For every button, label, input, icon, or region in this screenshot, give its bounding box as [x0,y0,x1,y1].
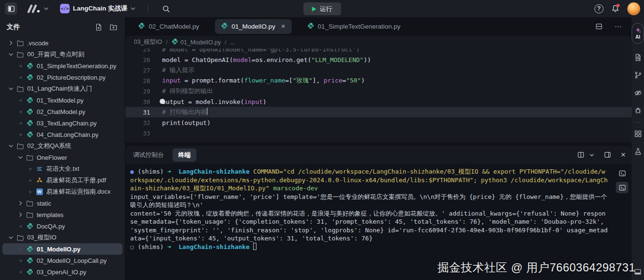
tree-item[interactable]: 02_ChatModel.py [2,106,123,117]
tree-item[interactable]: templates [2,209,123,220]
terminal-instance-button[interactable] [616,182,628,193]
tree-item[interactable]: 01_SimpleTextGeneration.py [2,60,123,72]
tree-item-label: 04_ChatLongChain.py [37,131,98,138]
chevron-right-icon [16,212,25,217]
tree-item-label: 01_SimpleTextGeneration.py [37,62,116,70]
tree-item[interactable]: 花语大全.txt [2,163,123,175]
tree-item[interactable]: 01_TextModel.py [2,94,123,106]
breadcrumb-item[interactable]: ... [230,39,235,46]
code-line: 27# 输入提示 [125,65,632,75]
split-panel-icon [577,151,584,158]
tree-item[interactable]: 01_LangChain快速入门 [2,83,123,94]
tree-item[interactable]: 02_ModelIO_LoopCall.py [2,255,123,266]
line-number: 25 [125,49,150,53]
tree-item[interactable]: 易速鲜花员工手册.pdf [2,175,123,186]
panel-tab[interactable]: 终端 [173,148,196,162]
tree-item[interactable]: W易速鲜花运营指南.docx [2,186,123,197]
chevron-down-icon [7,53,15,56]
extensions-button[interactable] [634,129,642,138]
notifications-button[interactable] [610,3,621,14]
tree-item-label: 03_OpenAI_IO.py [37,269,86,276]
code-editor[interactable]: 25# model = OpenAI(model_name="gpt-3.5-t… [125,49,632,143]
line-number: 32 [125,119,150,126]
close-panel-button[interactable]: ✕ [621,151,626,158]
modified-dot [16,248,25,250]
tree-item-label: 易速鲜花运营指南.docx [46,187,111,196]
new-folder-button[interactable] [109,22,118,32]
debug-button[interactable] [634,106,642,114]
chevron-down-icon [16,156,25,159]
folder-icon [16,85,24,93]
split-terminal-button[interactable] [574,149,587,161]
chevron-down-icon [7,87,15,90]
run-button[interactable]: 运行 [303,2,341,15]
docx-badge: W [36,188,43,195]
preview-button[interactable] [634,88,642,97]
modified-dot [16,271,25,273]
py-icon [26,108,34,115]
py-icon [26,246,34,252]
panel-tab[interactable]: 调试控制台 [133,151,164,159]
tree-item-label: 花语大全.txt [46,165,79,173]
ai-assistant-button[interactable]: AI [632,23,644,44]
breadcrumb-separator: / [166,39,167,46]
workspace-switcher[interactable]: </> LangChain 实战课 [60,4,135,13]
breadcrumb-label: 01_ModelIO.py [181,39,221,46]
breadcrumb-label: ... [230,39,235,46]
avatar[interactable] [627,2,640,15]
modified-dot [16,99,25,102]
marscode-logo[interactable] [27,4,49,13]
file-search-button[interactable] [634,53,642,62]
chevron-down-icon [7,145,15,147]
chevron-down-icon[interactable] [590,154,594,156]
tree-item[interactable]: 02_文档QA系统 [2,140,123,152]
source-control-button[interactable] [634,71,642,79]
breadcrumb: 03_模型IO/01_ModelIO.py/... [125,36,632,49]
titlebar-left: </> LangChain 实战课 [5,2,172,15]
tree-item[interactable]: OneFlower [2,152,123,163]
sidebar-toggle-button[interactable] [5,2,17,15]
help-button[interactable]: ? [594,4,603,13]
terminal-instance-button[interactable] [616,167,628,179]
editor-tab[interactable]: 02_ChatModel.py [132,19,205,34]
tree-item[interactable]: 00_开篇词_奇点时刻 [2,49,123,60]
tree-item[interactable]: DocQA.py [2,220,123,232]
ai-label: AI [635,34,640,40]
search-button[interactable] [160,2,172,15]
folder-icon [26,211,34,218]
tree-item[interactable]: 03_模型IO [2,232,123,243]
more-actions-button[interactable]: ⋯ [614,22,622,31]
line-number: 28 [125,77,150,84]
code-line: 29# 得到模型的输出 [125,86,632,96]
folder-icon [26,154,34,161]
panel-tabs: 调试控制台终端 [133,148,196,162]
code-line: 31# 打印输出内容 [125,107,632,117]
tree-item[interactable]: .vscode [2,37,123,49]
editor-tab[interactable]: 01_ModelIO.py✕ [215,19,292,34]
maximize-panel-button[interactable] [601,149,613,161]
code-line-text: output = model.invoke(input) [150,98,266,105]
breadcrumb-item[interactable]: 03_模型IO [134,38,162,46]
tree-item[interactable]: 04_ChatLongChain.py [2,129,123,140]
py-icon [26,269,34,275]
split-editor-button[interactable] [593,21,605,33]
editor-tab[interactable]: 01_SimpleTextGeneration.py [301,19,407,34]
py-icon [26,223,34,229]
tree-item[interactable]: 02_PictureDescription.py [2,72,123,83]
tab-close-icon[interactable]: ✕ [281,23,285,30]
tree-item[interactable]: 03_TextLangChain.py [2,117,123,129]
new-file-button[interactable] [94,22,103,32]
breadcrumb-item[interactable]: 01_ModelIO.py [172,38,221,46]
code-line-text: # 打印输出内容 [150,108,207,116]
flask-icon [634,147,642,156]
tree-item[interactable]: static [2,197,123,209]
test-button[interactable] [634,147,642,156]
chevron-down-icon [131,7,135,10]
split-editor-icon [595,23,603,30]
py-icon [221,22,228,31]
tree-item[interactable]: 03_OpenAI_IO.py [2,266,123,278]
chevron-down-icon [7,236,15,239]
tree-item-label: 01_ModelIO.py [37,246,81,253]
tree-item[interactable]: 01_ModelIO.py [2,243,123,255]
terminal-icon [619,170,626,177]
